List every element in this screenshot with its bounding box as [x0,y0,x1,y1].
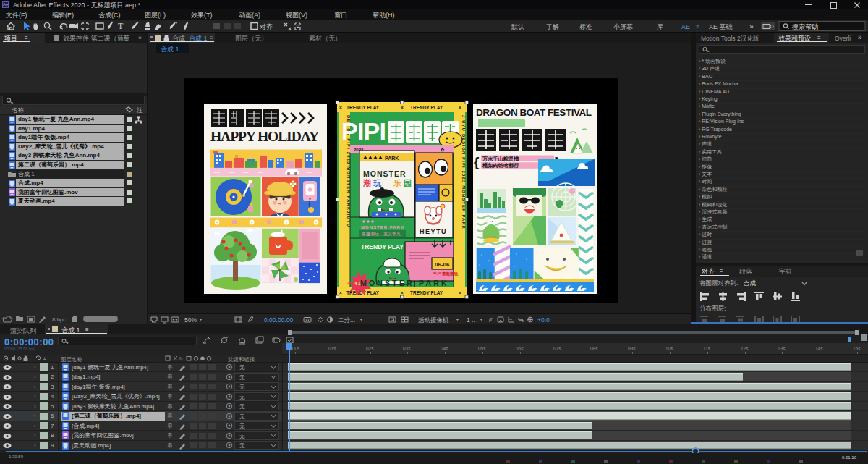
svg-text:小屏幕: 小屏幕 [613,23,633,30]
svg-text:DRAGON BOAT FESTIVAL: DRAGON BOAT FESTIVAL [476,107,592,118]
svg-text:11s: 11s [703,346,711,351]
svg-text:#: # [43,355,47,362]
svg-text:+0.0: +0.0 [537,316,550,324]
svg-text:15s: 15s [853,346,861,351]
svg-text:10s: 10s [665,346,673,351]
svg-text:04s: 04s [441,346,448,351]
svg-text:标准: 标准 [579,23,592,30]
svg-text:AE 基础: AE 基础 [709,23,733,30]
svg-text:父级和链接: 父级和链接 [228,356,255,363]
svg-text:二分...: 二分... [338,316,355,324]
svg-text:05s: 05s [478,346,486,351]
svg-text:搜索帮助: 搜索帮助 [791,23,818,30]
svg-text:活动摄像机: 活动摄像机 [418,316,449,324]
svg-text:糯如肉馅啥都行: 糯如肉馅啥都行 [482,162,519,169]
svg-text:AE: AE [681,23,690,30]
svg-text:8 bpc: 8 bpc [52,316,67,323]
svg-text:0:00:00:00: 0:00:00:00 [264,316,293,324]
svg-text:HAPPY HOLIDAY: HAPPY HOLIDAY [210,129,319,144]
svg-text:图层名称: 图层名称 [61,356,83,363]
svg-text:12s: 12s [741,346,749,351]
svg-text:»: » [749,22,754,30]
svg-text:13s: 13s [778,346,786,351]
svg-text:fx: fx [179,356,184,361]
svg-text:1 ..: 1 .. [467,316,475,324]
svg-text:06s: 06s [516,346,524,351]
svg-text:{: { [474,154,479,169]
svg-text:02s: 02s [366,346,374,351]
svg-text:默认: 默认 [511,23,524,30]
svg-text:03s: 03s [403,346,411,351]
svg-text:01s: 01s [328,346,336,351]
svg-text:库: 库 [657,23,663,30]
svg-text:对齐: 对齐 [259,23,273,30]
svg-text:09s: 09s [628,346,636,351]
svg-text:08s: 08s [590,346,598,351]
svg-text:≡: ≡ [696,23,699,30]
svg-text:14s: 14s [815,346,823,351]
svg-text:07s: 07s [553,346,561,351]
svg-text:T: T [118,21,124,31]
svg-text:50%: 50% [184,316,197,324]
svg-text:了解: 了解 [546,23,559,30]
svg-text:万水千山粽是情: 万水千山粽是情 [482,156,519,162]
